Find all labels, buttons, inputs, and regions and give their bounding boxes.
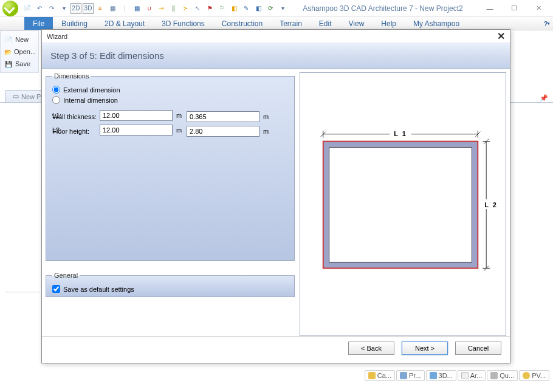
grid3d-icon	[430, 372, 437, 379]
marker-icon[interactable]: ⚐	[216, 3, 227, 14]
wall-thickness-label: Wall thickness:	[52, 113, 183, 120]
view-3d-button[interactable]: 3D	[83, 3, 94, 14]
maximize-button[interactable]: ☐	[502, 2, 526, 15]
floor-height-label: Floor height:	[52, 128, 183, 135]
help-icon[interactable]: ?▾	[541, 17, 553, 30]
radio-internal-label: Internal dimension	[63, 97, 118, 104]
file-new-label: New	[15, 36, 29, 43]
quick-access-toolbar: 📄 ↶ ↷ ▾ 2D 3D ≡ ▦ | ▦ ∪ ⇥ ‖ ≻ ↖ ⚑ ⚐ ◧ ✎ …	[22, 3, 288, 14]
back-button[interactable]: < Back	[348, 342, 394, 355]
menu-terrain[interactable]: Terrain	[271, 17, 311, 30]
snap2-icon[interactable]: ‖	[168, 3, 179, 14]
grid-square-icon[interactable]: ▦	[107, 3, 118, 14]
sheet-icon	[461, 372, 469, 379]
save-icon: 💾	[4, 60, 13, 68]
wall-unit: m	[263, 113, 272, 120]
radio-external-input[interactable]	[52, 86, 60, 94]
svg-rect-1	[329, 148, 472, 263]
refresh-icon[interactable]: ⟳	[265, 3, 276, 14]
wizard-dialog: Wizard ✕ Step 3 of 5: Edit dimensions Di…	[41, 29, 510, 363]
menu-bar: File Building 2D & Layout 3D Functions C…	[0, 17, 553, 30]
menu-2d-layout[interactable]: 2D & Layout	[96, 17, 153, 30]
view-2d-button[interactable]: 2D	[70, 3, 81, 14]
status-pv[interactable]: PV...	[519, 370, 549, 381]
general-legend: General	[52, 272, 80, 279]
dropdown-icon[interactable]: ▾	[58, 3, 69, 14]
status-archive-label: Ar...	[470, 372, 483, 379]
radio-external-label: External dimension	[63, 86, 120, 94]
preview-l1-label: L 1	[394, 130, 407, 137]
dialog-title: Wizard	[47, 33, 67, 40]
brush-icon[interactable]: ✎	[241, 3, 252, 14]
dimension-preview: L 1 L 2	[300, 72, 506, 336]
file-open[interactable]: 📂Open...	[1, 46, 38, 58]
file-new[interactable]: 📄New	[1, 33, 38, 46]
save-default-checkbox[interactable]: Save as default settings	[52, 285, 288, 293]
save-default-input[interactable]	[52, 285, 60, 293]
flag-icon[interactable]: ⚑	[204, 3, 215, 14]
title-bar: 📄 ↶ ↷ ▾ 2D 3D ≡ ▦ | ▦ ∪ ⇥ ‖ ≻ ↖ ⚑ ⚐ ◧ ✎ …	[0, 0, 553, 17]
pin-icon[interactable]: 📌	[540, 94, 548, 102]
next-button[interactable]: Next >	[402, 342, 448, 355]
window-title: Ashampoo 3D CAD Architecture 7 - New Pro…	[288, 4, 478, 13]
general-group: General Save as default settings	[46, 272, 295, 297]
snap3-icon[interactable]: ≻	[180, 3, 191, 14]
step-header: Step 3 of 5: Edit dimensions	[42, 43, 510, 69]
minimize-button[interactable]: —	[478, 2, 502, 15]
menu-building[interactable]: Building	[53, 17, 96, 30]
menu-view[interactable]: View	[340, 17, 373, 30]
menu-3d-functions[interactable]: 3D Functions	[153, 17, 213, 30]
redo-icon[interactable]: ↷	[46, 3, 57, 14]
menu-edit[interactable]: Edit	[311, 17, 340, 30]
menu-construction[interactable]: Construction	[213, 17, 271, 30]
file-panel: 📄New 📂Open... 💾Save	[0, 30, 39, 73]
layer-icon[interactable]: ◧	[228, 3, 239, 14]
cancel-button[interactable]: Cancel	[455, 342, 501, 355]
status-pv-label: PV...	[532, 372, 546, 379]
menu-file[interactable]: File	[24, 17, 53, 30]
new-doc-icon[interactable]: 📄	[22, 3, 33, 14]
status-3d[interactable]: 3D...	[426, 370, 456, 381]
file-open-label: Open...	[14, 48, 36, 55]
eraser-icon[interactable]: ◧	[253, 3, 264, 14]
tree-icon	[400, 372, 407, 379]
menu-help[interactable]: Help	[373, 17, 405, 30]
status-3d-label: 3D...	[439, 372, 453, 379]
menu-myashampoo[interactable]: My Ashampoo	[405, 17, 468, 30]
undo-icon[interactable]: ↶	[34, 3, 45, 14]
align-icon[interactable]: ≡	[95, 3, 106, 14]
file-save[interactable]: 💾Save	[1, 58, 38, 70]
close-button[interactable]: ✕	[526, 2, 551, 15]
sun-icon	[523, 372, 530, 379]
new-icon: 📄	[4, 35, 13, 44]
floor-height-input[interactable]	[187, 126, 259, 137]
floor-unit: m	[263, 128, 272, 135]
dimensions-group: Dimensions External dimension Internal d…	[46, 72, 295, 261]
radio-external[interactable]: External dimension	[52, 86, 288, 94]
folder-icon	[368, 372, 376, 379]
status-properties[interactable]: Pr...	[396, 370, 425, 381]
dialog-close-button[interactable]: ✕	[497, 30, 505, 42]
status-archive[interactable]: Ar...	[458, 370, 486, 381]
app-logo	[2, 1, 18, 16]
snap1-icon[interactable]: ⇥	[156, 3, 167, 14]
magnet-icon[interactable]: ∪	[143, 3, 154, 14]
cursor-icon[interactable]: ↖	[192, 3, 203, 14]
file-save-label: Save	[15, 60, 30, 67]
status-quantity[interactable]: Qu...	[487, 370, 518, 381]
wall-thickness-input[interactable]	[187, 111, 259, 122]
dialog-footer: < Back Next > Cancel	[42, 336, 510, 359]
table-icon	[490, 372, 498, 379]
status-bar: Ca... Pr... 3D... Ar... Qu... PV...	[365, 370, 549, 381]
status-catalog-label: Ca...	[377, 372, 391, 379]
status-quantity-label: Qu...	[500, 372, 514, 379]
dimensions-legend: Dimensions	[52, 72, 91, 80]
radio-internal-input[interactable]	[52, 96, 60, 104]
radio-internal[interactable]: Internal dimension	[52, 96, 288, 104]
grid-icon[interactable]: ▦	[131, 3, 142, 14]
dropdown2-icon[interactable]: ▾	[277, 3, 288, 14]
tab-page-icon: ▭	[13, 92, 19, 100]
save-default-label: Save as default settings	[63, 286, 134, 293]
bg-dimension-line	[5, 292, 40, 292]
status-catalog[interactable]: Ca...	[365, 370, 395, 381]
